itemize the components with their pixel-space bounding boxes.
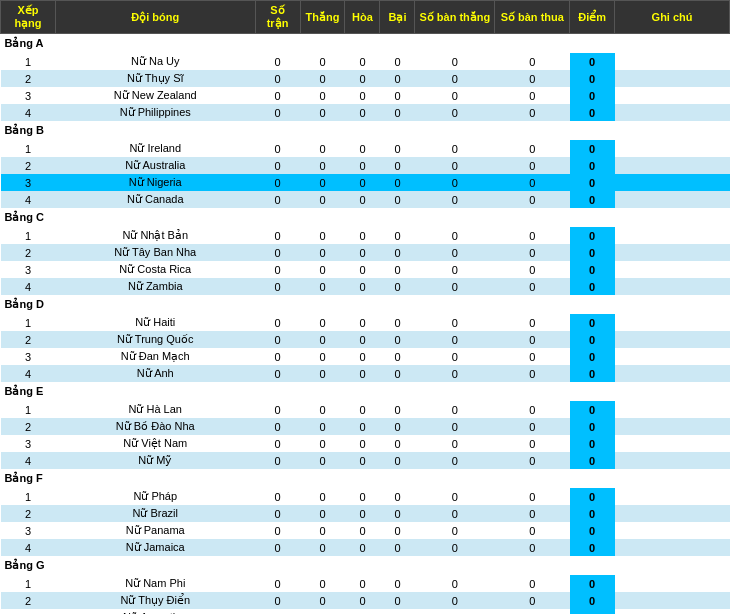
draw-cell: 0: [345, 348, 380, 365]
table-row: 4Nữ Anh0000000: [1, 365, 730, 382]
team-name-cell: Nữ Pháp: [55, 488, 255, 505]
note-cell: [615, 140, 730, 157]
table-row: 1Nữ Haiti0000000: [1, 314, 730, 331]
group-name: Bảng B: [1, 121, 730, 140]
pts-cell: 0: [570, 505, 615, 522]
table-row: 1Nữ Nam Phi0000000: [1, 575, 730, 592]
gf-cell: 0: [415, 227, 495, 244]
ga-cell: 0: [495, 331, 570, 348]
team-name-cell: Nữ Việt Nam: [55, 435, 255, 452]
win-cell: 0: [300, 575, 345, 592]
table-row: 2Nữ Thụy Sĩ0000000: [1, 70, 730, 87]
ga-cell: 0: [495, 539, 570, 556]
team-name-cell: Nữ Nam Phi: [55, 575, 255, 592]
gf-cell: 0: [415, 401, 495, 418]
col-header-played: Số trận: [255, 1, 300, 34]
draw-cell: 0: [345, 365, 380, 382]
team-name-cell: Nữ Thụy Điển: [55, 592, 255, 609]
note-cell: [615, 435, 730, 452]
table-row: 2Nữ Trung Quốc0000000: [1, 331, 730, 348]
pts-cell: 0: [570, 227, 615, 244]
rank-cell: 3: [1, 435, 56, 452]
note-cell: [615, 278, 730, 295]
note-cell: [615, 227, 730, 244]
note-cell: [615, 539, 730, 556]
draw-cell: 0: [345, 435, 380, 452]
played-cell: 0: [255, 488, 300, 505]
table-row: 4Nữ Philippines0000000: [1, 104, 730, 121]
gf-cell: 0: [415, 53, 495, 70]
rank-cell: 4: [1, 104, 56, 121]
ga-cell: 0: [495, 87, 570, 104]
lose-cell: 0: [380, 418, 415, 435]
lose-cell: 0: [380, 365, 415, 382]
group-header: Bảng C: [1, 208, 730, 227]
played-cell: 0: [255, 539, 300, 556]
draw-cell: 0: [345, 191, 380, 208]
played-cell: 0: [255, 401, 300, 418]
pts-cell: 0: [570, 609, 615, 614]
col-header-win: Thắng: [300, 1, 345, 34]
pts-cell: 0: [570, 140, 615, 157]
ga-cell: 0: [495, 401, 570, 418]
win-cell: 0: [300, 53, 345, 70]
gf-cell: 0: [415, 191, 495, 208]
col-header-lose: Bại: [380, 1, 415, 34]
ga-cell: 0: [495, 227, 570, 244]
table-row: 1Nữ Ireland0000000: [1, 140, 730, 157]
played-cell: 0: [255, 227, 300, 244]
ga-cell: 0: [495, 435, 570, 452]
pts-cell: 0: [570, 87, 615, 104]
win-cell: 0: [300, 609, 345, 614]
team-name-cell: Nữ Hà Lan: [55, 401, 255, 418]
played-cell: 0: [255, 331, 300, 348]
win-cell: 0: [300, 452, 345, 469]
col-header-ga: Số bàn thua: [495, 1, 570, 34]
ga-cell: 0: [495, 261, 570, 278]
rank-cell: 3: [1, 348, 56, 365]
group-name: Bảng A: [1, 34, 730, 54]
lose-cell: 0: [380, 539, 415, 556]
lose-cell: 0: [380, 488, 415, 505]
ga-cell: 0: [495, 70, 570, 87]
played-cell: 0: [255, 609, 300, 614]
gf-cell: 0: [415, 278, 495, 295]
table-row: 4Nữ Canada0000000: [1, 191, 730, 208]
gf-cell: 0: [415, 452, 495, 469]
ga-cell: 0: [495, 104, 570, 121]
win-cell: 0: [300, 488, 345, 505]
team-name-cell: Nữ Mỹ: [55, 452, 255, 469]
draw-cell: 0: [345, 261, 380, 278]
pts-cell: 0: [570, 488, 615, 505]
team-name-cell: Nữ Argentina: [55, 609, 255, 614]
table-row: 2Nữ Australia0000000: [1, 157, 730, 174]
lose-cell: 0: [380, 314, 415, 331]
draw-cell: 0: [345, 140, 380, 157]
rank-cell: 2: [1, 331, 56, 348]
draw-cell: 0: [345, 331, 380, 348]
table-row: 3Nữ Costa Rica0000000: [1, 261, 730, 278]
pts-cell: 0: [570, 191, 615, 208]
win-cell: 0: [300, 191, 345, 208]
pts-cell: 0: [570, 522, 615, 539]
gf-cell: 0: [415, 435, 495, 452]
played-cell: 0: [255, 191, 300, 208]
ga-cell: 0: [495, 505, 570, 522]
pts-cell: 0: [570, 244, 615, 261]
team-name-cell: Nữ Jamaica: [55, 539, 255, 556]
draw-cell: 0: [345, 592, 380, 609]
ga-cell: 0: [495, 592, 570, 609]
win-cell: 0: [300, 435, 345, 452]
draw-cell: 0: [345, 157, 380, 174]
table-row: 1Nữ Nhật Bản0000000: [1, 227, 730, 244]
win-cell: 0: [300, 314, 345, 331]
gf-cell: 0: [415, 522, 495, 539]
table-row: 3Nữ Nigeria0000000: [1, 174, 730, 191]
ga-cell: 0: [495, 418, 570, 435]
team-name-cell: Nữ Zambia: [55, 278, 255, 295]
pts-cell: 0: [570, 314, 615, 331]
group-header: Bảng G: [1, 556, 730, 575]
pts-cell: 0: [570, 157, 615, 174]
table-row: 2Nữ Bồ Đào Nha0000000: [1, 418, 730, 435]
note-cell: [615, 609, 730, 614]
